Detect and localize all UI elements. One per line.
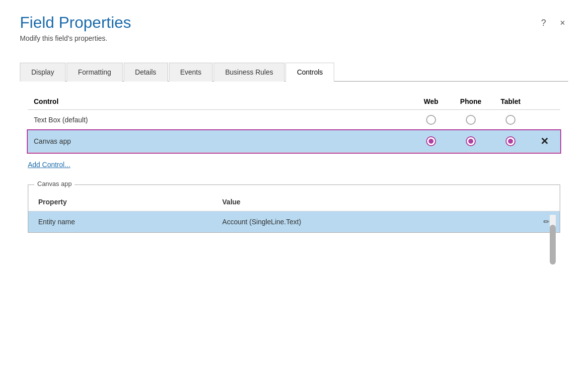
dialog-title: Field Properties (20, 14, 131, 31)
dialog-action-buttons: ? × (538, 14, 568, 29)
entity-name-value: Account (SingleLine.Text) (213, 211, 533, 233)
canvas-col-value: Value (213, 193, 533, 211)
col-header-tablet: Tablet (491, 93, 530, 110)
edit-icon[interactable]: ✏ (543, 217, 550, 226)
tab-business-rules[interactable]: Business Rules (214, 63, 285, 82)
radio-circle-phone-textbox[interactable] (466, 115, 476, 125)
col-header-control: Control (28, 93, 411, 110)
help-button[interactable]: ? (538, 17, 549, 29)
canvas-props-table: Property Value Entity name Account (Sing… (28, 193, 560, 232)
table-row: Canvas app ✕ (28, 130, 560, 153)
tab-details[interactable]: Details (124, 63, 168, 82)
scrollbar-thumb[interactable] (550, 225, 556, 265)
canvas-props-header-row: Property Value (28, 193, 560, 211)
radio-circle-tablet-canvas[interactable] (506, 136, 515, 146)
tab-formatting[interactable]: Formatting (67, 63, 123, 82)
control-name-canvas: Canvas app (28, 130, 411, 153)
tab-content-controls: Control Web Phone Tablet Text Box (defau… (20, 82, 568, 233)
canvas-app-legend: Canvas app (34, 180, 74, 187)
radio-canvas-tablet[interactable] (491, 130, 530, 153)
dialog-header: Field Properties Modify this field's pro… (20, 14, 568, 42)
tab-events[interactable]: Events (169, 63, 213, 82)
radio-canvas-phone[interactable] (451, 130, 491, 153)
radio-circle-web-canvas[interactable] (426, 136, 436, 146)
remove-canvas-button[interactable]: ✕ (536, 135, 553, 147)
controls-table-header-row: Control Web Phone Tablet (28, 93, 560, 110)
tabs-list: Display Formatting Details Events Busine… (20, 62, 568, 81)
radio-canvas-web[interactable] (411, 130, 451, 153)
close-button[interactable]: × (557, 17, 568, 29)
entity-name-label: Entity name (28, 211, 213, 233)
remove-cell-canvas[interactable]: ✕ (530, 130, 560, 153)
radio-textbox-phone[interactable] (451, 110, 491, 130)
scrollbar-track[interactable] (550, 215, 556, 232)
field-properties-dialog: Field Properties Modify this field's pro… (0, 0, 588, 366)
controls-table: Control Web Phone Tablet Text Box (defau… (28, 93, 560, 153)
col-header-phone: Phone (451, 93, 491, 110)
control-name-textbox: Text Box (default) (28, 110, 411, 130)
radio-circle-tablet-textbox[interactable] (506, 115, 515, 125)
radio-textbox-tablet[interactable] (491, 110, 530, 130)
entity-name-edit-cell[interactable]: ✏ (533, 211, 560, 233)
table-row: Text Box (default) (28, 110, 560, 130)
tab-controls[interactable]: Controls (286, 63, 334, 82)
radio-circle-phone-canvas[interactable] (466, 136, 476, 146)
canvas-col-property: Property (28, 193, 213, 211)
canvas-props-row: Entity name Account (SingleLine.Text) ✏ (28, 211, 560, 233)
remove-cell-textbox (530, 110, 560, 130)
tabs-container: Display Formatting Details Events Busine… (20, 62, 568, 82)
radio-textbox-web[interactable] (411, 110, 451, 130)
title-block: Field Properties Modify this field's pro… (20, 14, 131, 42)
canvas-app-section: Canvas app Property Value Entity name Ac… (28, 184, 560, 233)
radio-circle-web-textbox[interactable] (426, 115, 436, 125)
tab-display[interactable]: Display (20, 63, 66, 82)
col-header-web: Web (411, 93, 451, 110)
dialog-subtitle: Modify this field's properties. (20, 34, 131, 42)
add-control-link[interactable]: Add Control... (28, 161, 71, 169)
